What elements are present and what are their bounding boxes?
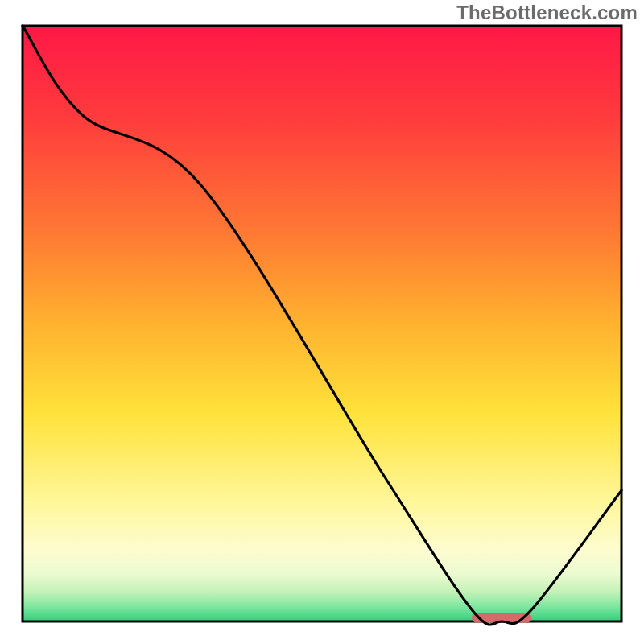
chart-container: TheBottleneck.com: [0, 0, 644, 644]
watermark-text: TheBottleneck.com: [456, 2, 638, 24]
bottleneck-chart: [0, 0, 644, 644]
plot-background: [23, 26, 621, 621]
